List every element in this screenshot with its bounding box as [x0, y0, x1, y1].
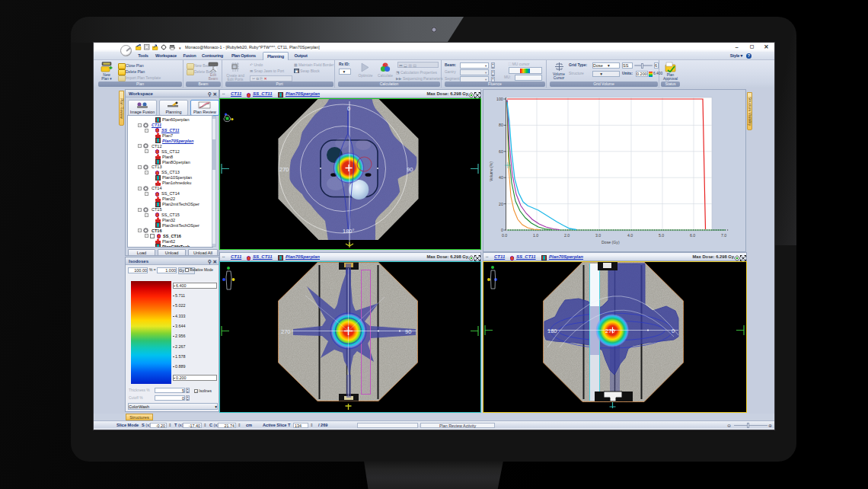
svg-text:3.0: 3.0 — [595, 233, 601, 238]
svg-text:270: 270 — [605, 328, 615, 334]
svg-text:Volume (%): Volume (%) — [489, 161, 493, 181]
svg-text:270: 270 — [279, 166, 289, 173]
svg-text:40: 40 — [499, 175, 503, 180]
svg-text:4.0: 4.0 — [627, 233, 633, 238]
svg-text:270: 270 — [281, 328, 291, 335]
svg-text:90: 90 — [407, 166, 413, 173]
svg-text:0: 0 — [672, 328, 675, 334]
svg-text:6.0: 6.0 — [690, 233, 695, 238]
svg-text:60: 60 — [499, 149, 503, 154]
svg-text:180: 180 — [547, 328, 557, 334]
svg-text:0: 0 — [347, 105, 350, 112]
svg-text:1.0: 1.0 — [533, 233, 538, 238]
svg-text:0: 0 — [501, 228, 503, 232]
svg-text:100: 100 — [496, 97, 503, 101]
svg-text:0.0: 0.0 — [502, 233, 507, 238]
svg-text:Dose (Gy): Dose (Gy) — [602, 240, 620, 244]
svg-text:2.0: 2.0 — [564, 233, 570, 238]
svg-text:90: 90 — [405, 328, 411, 335]
svg-text:80: 80 — [499, 123, 503, 127]
svg-text:180°: 180° — [343, 228, 355, 235]
svg-text:20: 20 — [499, 202, 503, 206]
svg-text:5.0: 5.0 — [659, 233, 664, 238]
svg-text:7.0: 7.0 — [721, 233, 726, 238]
